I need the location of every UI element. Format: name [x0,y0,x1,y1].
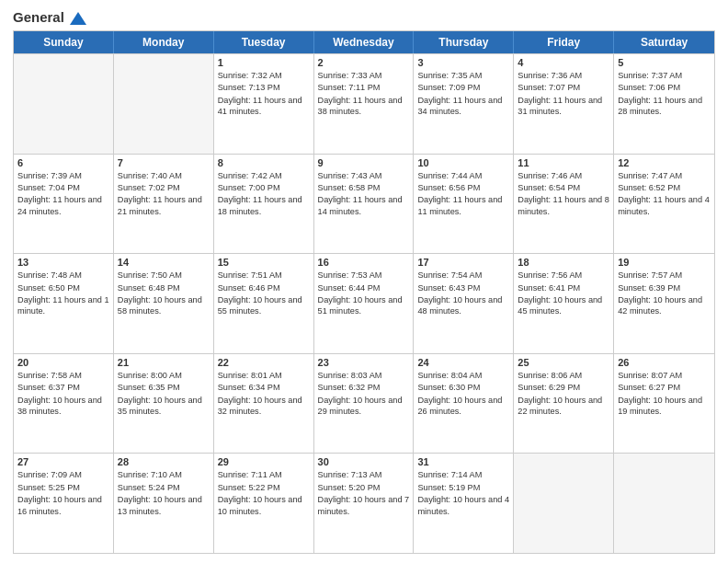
cal-header-cell: Sunday [14,31,114,53]
sunset-text: Sunset: 7:02 PM [118,182,210,193]
svg-marker-0 [70,12,86,25]
calendar-cell: 4Sunrise: 7:36 AMSunset: 7:07 PMDaylight… [514,54,614,154]
sunrise-text: Sunrise: 7:37 AM [618,70,711,81]
calendar: SundayMondayTuesdayWednesdayThursdayFrid… [13,30,715,554]
daylight-text: Daylight: 11 hours and 24 minutes. [17,194,109,217]
daylight-text: Daylight: 11 hours and 21 minutes. [118,194,210,217]
calendar-cell: 15Sunrise: 7:51 AMSunset: 6:46 PMDayligh… [214,254,314,353]
sunrise-text: Sunrise: 7:39 AM [17,170,109,181]
sunrise-text: Sunrise: 7:56 AM [518,270,609,281]
calendar-cell: 19Sunrise: 7:57 AMSunset: 6:39 PMDayligh… [614,254,714,353]
day-number: 4 [518,57,609,68]
calendar-cell: 31Sunrise: 7:14 AMSunset: 5:19 PMDayligh… [414,454,514,553]
calendar-cell: 5Sunrise: 7:37 AMSunset: 7:06 PMDaylight… [614,54,714,154]
calendar-cell: 20Sunrise: 7:58 AMSunset: 6:37 PMDayligh… [14,354,114,454]
sunset-text: Sunset: 6:35 PM [118,382,210,393]
calendar-cell: 10Sunrise: 7:44 AMSunset: 6:56 PMDayligh… [414,155,514,254]
sunset-text: Sunset: 7:11 PM [318,82,410,93]
daylight-text: Daylight: 11 hours and 31 minutes. [518,95,609,118]
sunset-text: Sunset: 7:00 PM [218,182,310,193]
calendar-cell [514,454,614,553]
logo: General [13,9,88,25]
day-number: 3 [417,57,509,68]
day-number: 9 [318,157,410,168]
sunset-text: Sunset: 7:09 PM [417,82,509,93]
daylight-text: Daylight: 11 hours and 4 minutes. [618,194,711,217]
daylight-text: Daylight: 10 hours and 7 minutes. [318,494,410,517]
sunset-text: Sunset: 6:30 PM [417,382,509,393]
sunset-text: Sunset: 7:07 PM [518,82,609,93]
daylight-text: Daylight: 10 hours and 45 minutes. [518,294,609,317]
day-number: 11 [518,157,609,168]
day-number: 31 [417,456,509,467]
day-number: 27 [17,456,109,467]
sunrise-text: Sunrise: 7:11 AM [218,469,310,480]
daylight-text: Daylight: 10 hours and 42 minutes. [618,294,711,317]
sunrise-text: Sunrise: 7:32 AM [218,70,310,81]
day-number: 23 [318,357,410,368]
daylight-text: Daylight: 11 hours and 11 minutes. [417,194,509,217]
sunrise-text: Sunrise: 7:13 AM [318,469,410,480]
calendar-row: 20Sunrise: 7:58 AMSunset: 6:37 PMDayligh… [14,353,714,454]
sunrise-text: Sunrise: 8:01 AM [218,370,310,381]
cal-header-cell: Wednesday [314,31,415,53]
daylight-text: Daylight: 10 hours and 10 minutes. [218,494,310,517]
sunrise-text: Sunrise: 8:03 AM [318,370,410,381]
sunset-text: Sunset: 5:25 PM [17,482,109,493]
sunset-text: Sunset: 5:22 PM [218,482,310,493]
sunrise-text: Sunrise: 7:09 AM [17,469,109,480]
daylight-text: Daylight: 10 hours and 19 minutes. [618,395,711,418]
cal-header-cell: Thursday [414,31,514,53]
sunset-text: Sunset: 6:54 PM [518,182,609,193]
calendar-cell: 7Sunrise: 7:40 AMSunset: 7:02 PMDaylight… [114,155,214,254]
sunrise-text: Sunrise: 7:46 AM [518,170,609,181]
sunset-text: Sunset: 6:29 PM [518,382,609,393]
sunset-text: Sunset: 6:58 PM [318,182,410,193]
calendar-cell: 24Sunrise: 8:04 AMSunset: 6:30 PMDayligh… [414,354,514,454]
sunrise-text: Sunrise: 7:44 AM [417,170,509,181]
day-number: 24 [417,357,509,368]
daylight-text: Daylight: 11 hours and 1 minute. [17,294,109,317]
daylight-text: Daylight: 10 hours and 13 minutes. [118,494,210,517]
day-number: 28 [118,456,210,467]
sunset-text: Sunset: 6:27 PM [618,382,711,393]
calendar-row: 13Sunrise: 7:48 AMSunset: 6:50 PMDayligh… [14,253,714,353]
calendar-row: 27Sunrise: 7:09 AMSunset: 5:25 PMDayligh… [14,453,714,553]
sunrise-text: Sunrise: 7:54 AM [417,270,509,281]
sunrise-text: Sunrise: 7:43 AM [318,170,410,181]
sunrise-text: Sunrise: 8:06 AM [518,370,609,381]
calendar-cell: 14Sunrise: 7:50 AMSunset: 6:48 PMDayligh… [114,254,214,353]
daylight-text: Daylight: 11 hours and 8 minutes. [518,194,609,217]
sunset-text: Sunset: 6:52 PM [618,182,711,193]
cal-header-cell: Monday [114,31,214,53]
calendar-cell: 16Sunrise: 7:53 AMSunset: 6:44 PMDayligh… [314,254,415,353]
calendar-cell: 12Sunrise: 7:47 AMSunset: 6:52 PMDayligh… [614,155,714,254]
sunset-text: Sunset: 6:50 PM [17,282,109,293]
calendar-row: 1Sunrise: 7:32 AMSunset: 7:13 PMDaylight… [14,53,714,154]
daylight-text: Daylight: 10 hours and 55 minutes. [218,294,310,317]
sunrise-text: Sunrise: 7:58 AM [17,370,109,381]
day-number: 7 [118,157,210,168]
daylight-text: Daylight: 10 hours and 22 minutes. [518,395,609,418]
sunset-text: Sunset: 6:43 PM [417,282,509,293]
sunrise-text: Sunrise: 7:42 AM [218,170,310,181]
sunset-text: Sunset: 7:06 PM [618,82,711,93]
daylight-text: Daylight: 11 hours and 41 minutes. [218,95,310,118]
calendar-cell: 2Sunrise: 7:33 AMSunset: 7:11 PMDaylight… [314,54,415,154]
day-number: 14 [118,257,210,268]
day-number: 15 [218,257,310,268]
calendar-cell: 21Sunrise: 8:00 AMSunset: 6:35 PMDayligh… [114,354,214,454]
calendar-cell: 11Sunrise: 7:46 AMSunset: 6:54 PMDayligh… [514,155,614,254]
day-number: 26 [618,357,711,368]
day-number: 5 [618,57,711,68]
sunrise-text: Sunrise: 7:47 AM [618,170,711,181]
calendar-cell: 8Sunrise: 7:42 AMSunset: 7:00 PMDaylight… [214,155,314,254]
sunrise-text: Sunrise: 7:51 AM [218,270,310,281]
sunset-text: Sunset: 6:39 PM [618,282,711,293]
calendar-cell [614,454,714,553]
daylight-text: Daylight: 10 hours and 58 minutes. [118,294,210,317]
calendar-cell: 13Sunrise: 7:48 AMSunset: 6:50 PMDayligh… [14,254,114,353]
daylight-text: Daylight: 10 hours and 32 minutes. [218,395,310,418]
sunset-text: Sunset: 6:48 PM [118,282,210,293]
calendar-cell [14,54,114,154]
